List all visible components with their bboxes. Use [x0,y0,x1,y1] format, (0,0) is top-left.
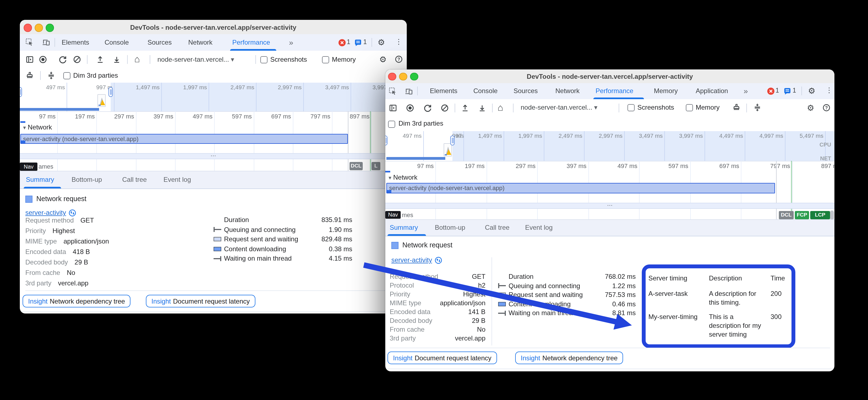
error-badge-icon[interactable] [767,87,774,94]
issues-badge-icon[interactable] [784,87,791,94]
titlebar[interactable]: DevTools - node-server-tan.vercel.app/se… [385,69,834,84]
error-count[interactable]: 1 [776,87,779,94]
tab-sources[interactable]: Sources [148,34,172,51]
selection-handle-left[interactable] [385,136,388,145]
fcp-marker[interactable]: FCP [795,211,809,219]
download-profile-icon[interactable] [112,55,121,64]
more-tabs-chevron[interactable]: » [289,34,293,51]
tab-memory[interactable]: Memory [654,83,678,99]
timeline-overview[interactable]: 497 ms997 m1,497 ms1,997 ms2,497 ms2,997… [20,83,407,112]
tab-application[interactable]: Application [696,83,728,99]
error-count[interactable]: 1 [347,38,350,45]
record-icon[interactable] [38,55,47,64]
issue-count[interactable]: 1 [363,38,367,45]
clear-brush-icon[interactable] [25,71,34,80]
home-icon[interactable]: ⌂ [134,55,140,64]
twistie-icon[interactable]: ▾ [23,124,26,131]
settings-gear-icon[interactable]: ⚙ [378,38,385,46]
tab-performance[interactable]: Performance [232,34,270,51]
memory-checkbox[interactable] [686,104,693,111]
screenshots-label[interactable]: Screenshots [270,51,307,68]
tab-elements[interactable]: Elements [62,34,89,51]
tab-sources[interactable]: Sources [514,83,538,99]
help-icon[interactable]: ? [395,55,403,63]
tab-performance[interactable]: Performance [595,83,633,99]
selection-handle-left[interactable] [20,87,22,97]
page-selector-dropdown[interactable]: node-server-tan.vercel... ▾ [157,51,234,68]
network-track-label[interactable]: ▾ Network [389,174,417,181]
screenshots-checkbox[interactable] [260,56,268,63]
tab-event-log[interactable]: Event log [525,220,553,235]
clear-brush-icon[interactable] [732,103,741,112]
twistie-icon[interactable]: ▾ [389,175,391,181]
reveal-request-icon[interactable] [435,256,442,264]
selection-handle-right[interactable] [450,136,455,145]
lcp-marker[interactable]: LCP [810,211,830,219]
tab-elements[interactable]: Elements [430,83,457,99]
download-profile-icon[interactable] [478,103,487,112]
screenshots-checkbox[interactable] [627,104,634,111]
request-link[interactable]: server-activity [25,209,66,217]
record-icon[interactable] [406,103,414,112]
dim-3rd-parties-label[interactable]: Dim 3rd parties [399,116,443,131]
collapse-tracks-icon[interactable] [753,103,762,112]
timeline-overview[interactable]: 497 ms9971,497 ms1,997 ms2,497 ms2,997 m… [385,131,834,161]
request-link[interactable]: server-activity [391,256,432,264]
tab-console[interactable]: Console [104,34,129,51]
network-track-label[interactable]: ▾ Network [23,123,52,131]
dim-3rd-parties-checkbox[interactable] [388,120,395,127]
reload-record-icon[interactable] [58,55,67,64]
dcl-marker[interactable]: DCL [779,211,794,219]
device-toolbar-icon[interactable] [405,87,413,95]
tab-bottom-up[interactable]: Bottom-up [435,220,465,235]
insight-chip-document-latency[interactable]: Insight Document request latency [146,295,255,308]
page-selector-dropdown[interactable]: node-server-tan.vercel... ▾ [521,99,597,116]
device-toolbar-icon[interactable] [42,38,50,46]
collapsed-tracks-dots[interactable]: ⋯ [20,153,407,159]
titlebar[interactable]: DevTools - node-server-tan.vercel.app/se… [20,20,407,35]
tab-summary[interactable]: Summary [26,171,54,188]
memory-label[interactable]: Memory [696,99,720,116]
tab-console[interactable]: Console [473,83,498,99]
settings-gear-icon[interactable]: ⚙ [807,103,814,112]
memory-label[interactable]: Memory [332,51,356,68]
help-icon[interactable]: ? [822,103,831,112]
upload-profile-icon[interactable] [96,55,104,64]
selection-handle-right[interactable] [108,87,113,97]
network-request-entry[interactable]: server-activity (node-server-tan.vercel.… [20,134,348,144]
memory-checkbox[interactable] [322,56,329,63]
inspect-icon[interactable] [389,87,397,95]
home-icon[interactable]: ⌂ [498,103,503,112]
kebab-menu-icon[interactable]: ⋮ [826,86,833,94]
tab-summary[interactable]: Summary [390,220,418,235]
toggle-sidebar-icon[interactable] [389,103,397,112]
settings-gear-icon[interactable]: ⚙ [379,55,387,63]
more-tabs-chevron[interactable]: » [744,83,748,99]
inspect-icon[interactable] [25,38,34,46]
error-badge-icon[interactable] [339,39,346,46]
screenshot-thumbnail[interactable] [444,143,452,156]
tab-network[interactable]: Network [188,34,213,51]
insight-chip-network-dependency[interactable]: Insight Network dependency tree [515,351,623,364]
dcl-marker[interactable]: DCL [349,162,363,170]
tab-call-tree[interactable]: Call tree [485,220,509,235]
tab-network[interactable]: Network [555,83,580,99]
toggle-sidebar-icon[interactable] [25,55,34,64]
insight-chip-network-dependency[interactable]: Insight Network dependency tree [23,295,130,308]
screenshot-thumbnail[interactable] [97,94,106,107]
kebab-menu-icon[interactable]: ⋮ [395,38,402,45]
screenshots-label[interactable]: Screenshots [638,99,674,116]
dim-3rd-parties-label[interactable]: Dim 3rd parties [73,68,118,83]
dim-3rd-parties-checkbox[interactable] [63,72,70,79]
reveal-request-icon[interactable] [69,209,76,216]
clear-icon[interactable] [73,55,82,64]
settings-gear-icon[interactable]: ⚙ [808,86,815,95]
clear-icon[interactable] [440,103,449,112]
issue-count[interactable]: 1 [793,87,796,94]
reload-record-icon[interactable] [423,103,432,112]
insight-chip-document-latency[interactable]: Insight Document request latency [388,351,497,364]
scrollbar-thumb[interactable] [830,210,834,220]
issues-badge-icon[interactable] [354,39,362,46]
tab-event-log[interactable]: Event log [163,171,191,188]
load-marker[interactable]: L [372,162,380,170]
